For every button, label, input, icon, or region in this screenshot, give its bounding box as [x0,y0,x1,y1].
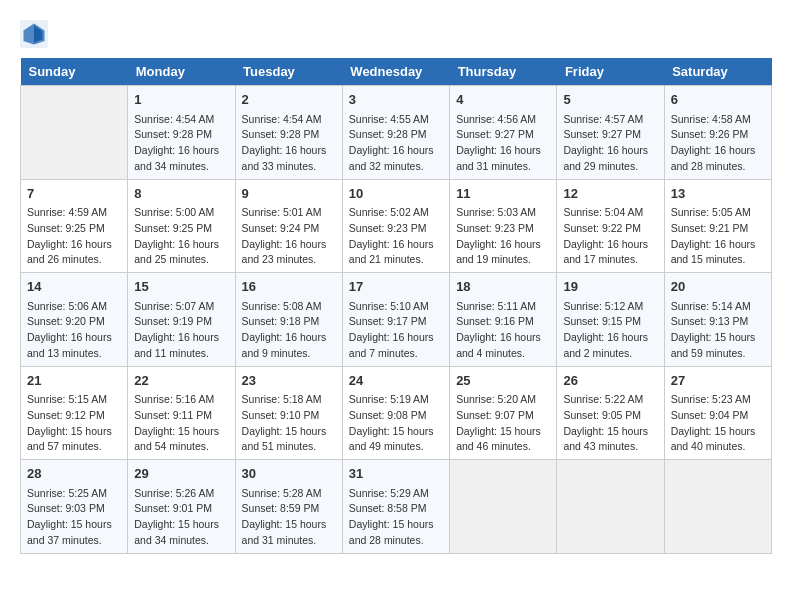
day-number: 22 [134,371,228,391]
calendar-cell: 17Sunrise: 5:10 AMSunset: 9:17 PMDayligh… [342,273,449,367]
calendar-cell: 22Sunrise: 5:16 AMSunset: 9:11 PMDayligh… [128,366,235,460]
calendar-cell: 20Sunrise: 5:14 AMSunset: 9:13 PMDayligh… [664,273,771,367]
day-info: Sunrise: 4:54 AMSunset: 9:28 PMDaylight:… [134,112,228,175]
day-number: 6 [671,90,765,110]
calendar-week-1: 1Sunrise: 4:54 AMSunset: 9:28 PMDaylight… [21,86,772,180]
day-info: Sunrise: 5:00 AMSunset: 9:25 PMDaylight:… [134,205,228,268]
calendar-cell: 9Sunrise: 5:01 AMSunset: 9:24 PMDaylight… [235,179,342,273]
weekday-header-saturday: Saturday [664,58,771,86]
calendar-cell: 29Sunrise: 5:26 AMSunset: 9:01 PMDayligh… [128,460,235,554]
day-info: Sunrise: 5:02 AMSunset: 9:23 PMDaylight:… [349,205,443,268]
calendar-cell: 12Sunrise: 5:04 AMSunset: 9:22 PMDayligh… [557,179,664,273]
day-number: 25 [456,371,550,391]
day-number: 27 [671,371,765,391]
calendar-cell: 11Sunrise: 5:03 AMSunset: 9:23 PMDayligh… [450,179,557,273]
day-info: Sunrise: 5:25 AMSunset: 9:03 PMDaylight:… [27,486,121,549]
day-info: Sunrise: 5:26 AMSunset: 9:01 PMDaylight:… [134,486,228,549]
generalblue-logo-icon [20,20,48,48]
day-number: 1 [134,90,228,110]
calendar-cell [450,460,557,554]
day-info: Sunrise: 5:08 AMSunset: 9:18 PMDaylight:… [242,299,336,362]
calendar-week-4: 21Sunrise: 5:15 AMSunset: 9:12 PMDayligh… [21,366,772,460]
weekday-header-wednesday: Wednesday [342,58,449,86]
day-number: 28 [27,464,121,484]
day-number: 17 [349,277,443,297]
calendar-cell: 4Sunrise: 4:56 AMSunset: 9:27 PMDaylight… [450,86,557,180]
calendar-cell [664,460,771,554]
day-number: 2 [242,90,336,110]
calendar-cell: 16Sunrise: 5:08 AMSunset: 9:18 PMDayligh… [235,273,342,367]
calendar-cell: 13Sunrise: 5:05 AMSunset: 9:21 PMDayligh… [664,179,771,273]
weekday-header-monday: Monday [128,58,235,86]
day-number: 21 [27,371,121,391]
calendar-cell: 18Sunrise: 5:11 AMSunset: 9:16 PMDayligh… [450,273,557,367]
calendar-cell: 8Sunrise: 5:00 AMSunset: 9:25 PMDaylight… [128,179,235,273]
calendar-week-2: 7Sunrise: 4:59 AMSunset: 9:25 PMDaylight… [21,179,772,273]
calendar-week-5: 28Sunrise: 5:25 AMSunset: 9:03 PMDayligh… [21,460,772,554]
day-number: 15 [134,277,228,297]
calendar-cell: 1Sunrise: 4:54 AMSunset: 9:28 PMDaylight… [128,86,235,180]
day-info: Sunrise: 5:29 AMSunset: 8:58 PMDaylight:… [349,486,443,549]
calendar-cell: 30Sunrise: 5:28 AMSunset: 8:59 PMDayligh… [235,460,342,554]
day-number: 26 [563,371,657,391]
weekday-header-sunday: Sunday [21,58,128,86]
weekday-header-thursday: Thursday [450,58,557,86]
calendar-cell: 3Sunrise: 4:55 AMSunset: 9:28 PMDaylight… [342,86,449,180]
day-info: Sunrise: 5:18 AMSunset: 9:10 PMDaylight:… [242,392,336,455]
day-info: Sunrise: 5:07 AMSunset: 9:19 PMDaylight:… [134,299,228,362]
day-number: 19 [563,277,657,297]
calendar-cell: 21Sunrise: 5:15 AMSunset: 9:12 PMDayligh… [21,366,128,460]
calendar-cell: 26Sunrise: 5:22 AMSunset: 9:05 PMDayligh… [557,366,664,460]
day-info: Sunrise: 5:15 AMSunset: 9:12 PMDaylight:… [27,392,121,455]
calendar-cell: 23Sunrise: 5:18 AMSunset: 9:10 PMDayligh… [235,366,342,460]
calendar-cell: 10Sunrise: 5:02 AMSunset: 9:23 PMDayligh… [342,179,449,273]
calendar-table: SundayMondayTuesdayWednesdayThursdayFrid… [20,58,772,554]
calendar-cell [21,86,128,180]
day-info: Sunrise: 4:54 AMSunset: 9:28 PMDaylight:… [242,112,336,175]
day-number: 23 [242,371,336,391]
day-info: Sunrise: 5:20 AMSunset: 9:07 PMDaylight:… [456,392,550,455]
day-info: Sunrise: 5:16 AMSunset: 9:11 PMDaylight:… [134,392,228,455]
day-number: 9 [242,184,336,204]
day-info: Sunrise: 5:12 AMSunset: 9:15 PMDaylight:… [563,299,657,362]
day-info: Sunrise: 5:01 AMSunset: 9:24 PMDaylight:… [242,205,336,268]
day-number: 3 [349,90,443,110]
calendar-cell: 2Sunrise: 4:54 AMSunset: 9:28 PMDaylight… [235,86,342,180]
weekday-header-tuesday: Tuesday [235,58,342,86]
day-info: Sunrise: 5:06 AMSunset: 9:20 PMDaylight:… [27,299,121,362]
day-number: 31 [349,464,443,484]
calendar-header: SundayMondayTuesdayWednesdayThursdayFrid… [21,58,772,86]
day-info: Sunrise: 5:04 AMSunset: 9:22 PMDaylight:… [563,205,657,268]
calendar-cell: 7Sunrise: 4:59 AMSunset: 9:25 PMDaylight… [21,179,128,273]
day-info: Sunrise: 4:55 AMSunset: 9:28 PMDaylight:… [349,112,443,175]
day-number: 12 [563,184,657,204]
day-number: 20 [671,277,765,297]
day-info: Sunrise: 5:05 AMSunset: 9:21 PMDaylight:… [671,205,765,268]
calendar-cell: 6Sunrise: 4:58 AMSunset: 9:26 PMDaylight… [664,86,771,180]
calendar-week-3: 14Sunrise: 5:06 AMSunset: 9:20 PMDayligh… [21,273,772,367]
calendar-cell: 5Sunrise: 4:57 AMSunset: 9:27 PMDaylight… [557,86,664,180]
day-number: 13 [671,184,765,204]
weekday-header-friday: Friday [557,58,664,86]
day-info: Sunrise: 5:03 AMSunset: 9:23 PMDaylight:… [456,205,550,268]
page-header [20,20,772,48]
day-number: 8 [134,184,228,204]
day-info: Sunrise: 5:14 AMSunset: 9:13 PMDaylight:… [671,299,765,362]
logo [20,20,52,48]
calendar-cell [557,460,664,554]
day-info: Sunrise: 4:58 AMSunset: 9:26 PMDaylight:… [671,112,765,175]
day-number: 5 [563,90,657,110]
calendar-cell: 14Sunrise: 5:06 AMSunset: 9:20 PMDayligh… [21,273,128,367]
weekday-header-row: SundayMondayTuesdayWednesdayThursdayFrid… [21,58,772,86]
day-info: Sunrise: 5:22 AMSunset: 9:05 PMDaylight:… [563,392,657,455]
day-number: 18 [456,277,550,297]
day-number: 16 [242,277,336,297]
day-number: 7 [27,184,121,204]
calendar-body: 1Sunrise: 4:54 AMSunset: 9:28 PMDaylight… [21,86,772,554]
calendar-cell: 28Sunrise: 5:25 AMSunset: 9:03 PMDayligh… [21,460,128,554]
calendar-cell: 19Sunrise: 5:12 AMSunset: 9:15 PMDayligh… [557,273,664,367]
day-number: 14 [27,277,121,297]
day-number: 24 [349,371,443,391]
day-info: Sunrise: 5:23 AMSunset: 9:04 PMDaylight:… [671,392,765,455]
calendar-cell: 15Sunrise: 5:07 AMSunset: 9:19 PMDayligh… [128,273,235,367]
